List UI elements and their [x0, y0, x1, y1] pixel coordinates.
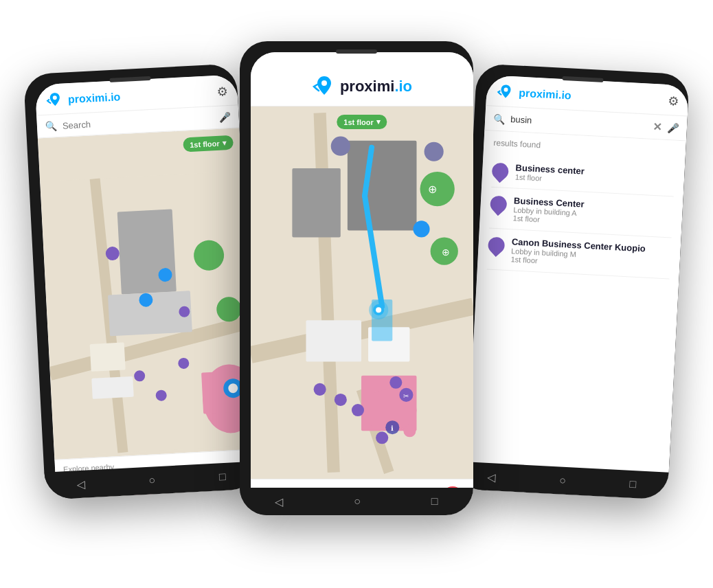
- svg-text:⊕: ⊕: [428, 183, 437, 195]
- svg-rect-24: [292, 168, 340, 238]
- center-phone-nav: ◁ ○ □: [240, 488, 473, 515]
- left-search-input[interactable]: [63, 113, 214, 131]
- right-logo-text: proximi.io: [519, 87, 571, 102]
- right-clear-icon[interactable]: ✕: [652, 120, 661, 134]
- scene: proximi.io ⚙ 🔍 🎤 1st floor ▾: [0, 0, 713, 588]
- right-result-info-2: Business Center Lobby in building A 1st …: [512, 195, 673, 230]
- right-results-count: results found: [493, 138, 676, 157]
- svg-point-32: [420, 172, 455, 206]
- svg-point-47: [376, 431, 388, 444]
- center-map-area: 1st floor ▾: [251, 106, 473, 479]
- center-logo-icon: [312, 74, 337, 99]
- svg-point-38: [413, 220, 429, 237]
- right-result-pin-1: [488, 159, 512, 183]
- left-search-icon: 🔍: [45, 120, 58, 132]
- svg-rect-3: [117, 209, 177, 294]
- center-app-header: proximi.io: [251, 52, 473, 106]
- svg-text:⊕: ⊕: [442, 247, 450, 258]
- right-result-info-1: Business center 1st floor: [515, 162, 675, 189]
- svg-rect-25: [306, 320, 361, 361]
- left-nav-back[interactable]: ◁: [76, 477, 85, 491]
- svg-rect-8: [90, 342, 126, 372]
- svg-point-44: [352, 404, 364, 416]
- right-result-pin-2: [487, 192, 510, 216]
- svg-text:ℹ: ℹ: [391, 425, 394, 432]
- center-nav-recent[interactable]: □: [431, 495, 438, 508]
- svg-rect-23: [348, 141, 417, 231]
- phone-left: proximi.io ⚙ 🔍 🎤 1st floor ▾: [23, 63, 258, 499]
- center-logo: proximi.io: [312, 74, 412, 99]
- left-map-svg: [38, 128, 258, 499]
- left-logo: proximi.io: [45, 87, 121, 111]
- right-result-item-3[interactable]: Canon Business Center Kuopio Lobby in bu…: [487, 229, 672, 280]
- svg-point-42: [314, 383, 326, 396]
- svg-rect-9: [91, 376, 133, 399]
- right-nav-back[interactable]: ◁: [487, 470, 496, 484]
- right-phone-screen: proximi.io ⚙ 🔍 ✕ 🎤 results found Bu: [466, 75, 689, 500]
- left-floor-selector[interactable]: 1st floor ▾: [183, 135, 234, 152]
- phone-right: proximi.io ⚙ 🔍 ✕ 🎤 results found Bu: [455, 63, 690, 499]
- phone-center: proximi.io 1st floor ▾: [240, 41, 473, 515]
- center-nav-back[interactable]: ◁: [275, 495, 283, 508]
- center-floor-selector[interactable]: 1st floor ▾: [337, 115, 387, 129]
- left-logo-icon: [45, 90, 65, 110]
- center-nav-home[interactable]: ○: [354, 495, 361, 508]
- svg-point-21: [321, 80, 327, 86]
- center-logo-text: proximi.io: [340, 78, 412, 95]
- left-gear-icon[interactable]: ⚙: [216, 84, 228, 100]
- right-nav-recent[interactable]: □: [629, 478, 637, 490]
- svg-point-43: [335, 394, 347, 406]
- left-mic-icon[interactable]: 🎤: [218, 111, 231, 123]
- right-logo-icon: [496, 82, 516, 102]
- svg-point-45: [389, 376, 402, 389]
- center-map-svg: ⊕ ⊕: [251, 106, 473, 479]
- svg-point-46: [403, 425, 416, 437]
- center-phone-speaker: [336, 49, 377, 54]
- left-map-area: 1st floor ▾: [38, 128, 258, 499]
- left-logo-text: proximi.io: [68, 91, 121, 106]
- left-phone-screen: proximi.io ⚙ 🔍 🎤 1st floor ▾: [35, 74, 258, 499]
- center-phone-screen: proximi.io 1st floor ▾: [251, 52, 473, 515]
- right-mic-icon[interactable]: 🎤: [667, 122, 679, 133]
- right-logo: proximi.io: [496, 82, 572, 106]
- left-nav-recent[interactable]: □: [218, 471, 226, 483]
- svg-point-37: [331, 137, 350, 156]
- right-search-input[interactable]: [510, 114, 648, 131]
- left-map-bg: 1st floor ▾: [38, 128, 258, 499]
- right-gear-icon[interactable]: ⚙: [667, 93, 679, 109]
- left-nav-home[interactable]: ○: [148, 474, 156, 486]
- svg-text:✂: ✂: [403, 392, 409, 400]
- right-search-results: results found Business center 1st floor …: [466, 131, 686, 500]
- right-result-info-3: Canon Business Center Kuopio Lobby in bu…: [510, 236, 671, 271]
- right-nav-home[interactable]: ○: [559, 474, 567, 486]
- svg-point-36: [425, 142, 444, 161]
- center-map-bg: 1st floor ▾: [251, 106, 473, 479]
- svg-point-41: [376, 307, 381, 313]
- right-search-icon: 🔍: [493, 113, 506, 124]
- right-result-pin-3: [485, 234, 508, 257]
